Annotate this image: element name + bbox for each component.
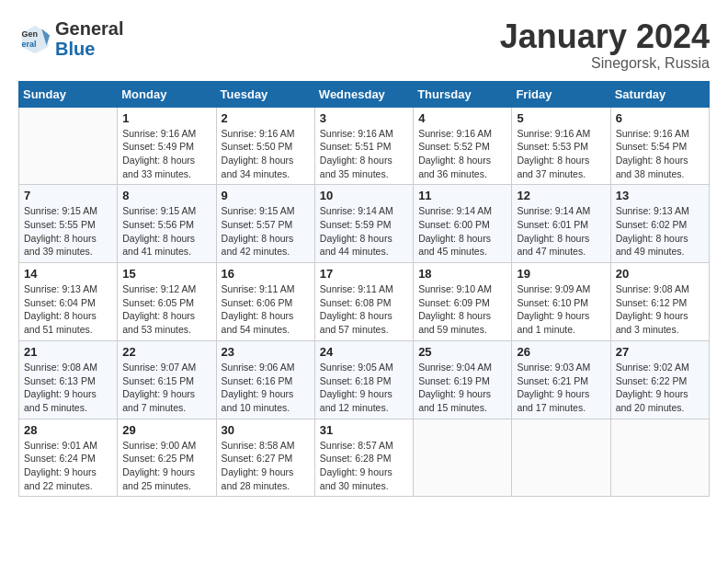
day-number: 7 bbox=[24, 189, 112, 202]
col-header-sunday: Sunday bbox=[19, 81, 118, 107]
calendar-cell: 4Sunrise: 9:16 AM Sunset: 5:52 PM Daylig… bbox=[414, 107, 512, 185]
calendar-week-3: 14Sunrise: 9:13 AM Sunset: 6:04 PM Dayli… bbox=[19, 263, 710, 341]
day-info: Sunrise: 9:04 AM Sunset: 6:19 PM Dayligh… bbox=[418, 361, 506, 415]
day-info: Sunrise: 9:06 AM Sunset: 6:16 PM Dayligh… bbox=[222, 361, 310, 415]
day-info: Sunrise: 9:11 AM Sunset: 6:06 PM Dayligh… bbox=[222, 282, 310, 337]
calendar-cell: 22Sunrise: 9:07 AM Sunset: 6:15 PM Dayli… bbox=[118, 340, 216, 419]
day-number: 11 bbox=[418, 189, 506, 202]
col-header-monday: Monday bbox=[118, 81, 216, 107]
calendar-table: SundayMondayTuesdayWednesdayThursdayFrid… bbox=[18, 81, 710, 498]
day-number: 30 bbox=[222, 423, 310, 437]
day-info: Sunrise: 9:16 AM Sunset: 5:49 PM Dayligh… bbox=[122, 127, 210, 181]
day-number: 16 bbox=[222, 267, 310, 281]
day-number: 26 bbox=[517, 345, 605, 359]
calendar-cell bbox=[610, 419, 709, 497]
day-number: 15 bbox=[122, 267, 210, 281]
day-number: 17 bbox=[320, 267, 408, 281]
calendar-cell: 24Sunrise: 9:05 AM Sunset: 6:18 PM Dayli… bbox=[314, 340, 413, 419]
day-info: Sunrise: 9:13 AM Sunset: 6:02 PM Dayligh… bbox=[616, 204, 704, 259]
day-number: 19 bbox=[517, 267, 605, 281]
calendar-cell: 31Sunrise: 8:57 AM Sunset: 6:28 PM Dayli… bbox=[314, 419, 413, 497]
day-info: Sunrise: 9:02 AM Sunset: 6:22 PM Dayligh… bbox=[616, 361, 704, 415]
day-number: 29 bbox=[122, 423, 210, 437]
calendar-cell bbox=[414, 419, 512, 497]
calendar-cell: 25Sunrise: 9:04 AM Sunset: 6:19 PM Dayli… bbox=[414, 340, 512, 419]
day-number: 10 bbox=[320, 189, 408, 202]
day-info: Sunrise: 9:03 AM Sunset: 6:21 PM Dayligh… bbox=[517, 361, 605, 415]
svg-text:eral: eral bbox=[22, 40, 37, 49]
calendar-cell: 28Sunrise: 9:01 AM Sunset: 6:24 PM Dayli… bbox=[19, 419, 118, 497]
calendar-cell: 15Sunrise: 9:12 AM Sunset: 6:05 PM Dayli… bbox=[118, 263, 216, 341]
day-number: 1 bbox=[122, 111, 210, 125]
day-info: Sunrise: 9:00 AM Sunset: 6:25 PM Dayligh… bbox=[122, 439, 210, 493]
day-info: Sunrise: 9:15 AM Sunset: 5:57 PM Dayligh… bbox=[222, 204, 310, 259]
calendar-cell: 16Sunrise: 9:11 AM Sunset: 6:06 PM Dayli… bbox=[216, 263, 314, 341]
day-number: 13 bbox=[616, 189, 704, 202]
title-block: January 2024 Sinegorsk, Russia bbox=[500, 18, 710, 72]
day-info: Sunrise: 9:15 AM Sunset: 5:56 PM Dayligh… bbox=[122, 204, 210, 259]
calendar-cell: 3Sunrise: 9:16 AM Sunset: 5:51 PM Daylig… bbox=[314, 107, 413, 185]
day-info: Sunrise: 9:16 AM Sunset: 5:52 PM Dayligh… bbox=[418, 127, 506, 181]
calendar-cell: 17Sunrise: 9:11 AM Sunset: 6:08 PM Dayli… bbox=[314, 263, 413, 341]
calendar-cell: 12Sunrise: 9:14 AM Sunset: 6:01 PM Dayli… bbox=[512, 185, 610, 263]
day-info: Sunrise: 9:13 AM Sunset: 6:04 PM Dayligh… bbox=[24, 282, 112, 337]
logo-general: General bbox=[55, 18, 123, 39]
col-header-thursday: Thursday bbox=[414, 81, 512, 107]
day-info: Sunrise: 9:08 AM Sunset: 6:13 PM Dayligh… bbox=[24, 361, 112, 415]
day-info: Sunrise: 9:12 AM Sunset: 6:05 PM Dayligh… bbox=[122, 282, 210, 337]
calendar-cell: 2Sunrise: 9:16 AM Sunset: 5:50 PM Daylig… bbox=[216, 107, 314, 185]
day-number: 28 bbox=[24, 423, 112, 437]
day-info: Sunrise: 8:58 AM Sunset: 6:27 PM Dayligh… bbox=[222, 439, 310, 493]
day-info: Sunrise: 8:57 AM Sunset: 6:28 PM Dayligh… bbox=[320, 439, 408, 493]
location: Sinegorsk, Russia bbox=[500, 55, 710, 72]
day-info: Sunrise: 9:01 AM Sunset: 6:24 PM Dayligh… bbox=[24, 439, 112, 493]
calendar-cell: 27Sunrise: 9:02 AM Sunset: 6:22 PM Dayli… bbox=[610, 340, 709, 419]
calendar-cell bbox=[19, 107, 118, 185]
day-number: 25 bbox=[418, 345, 506, 359]
calendar-week-4: 21Sunrise: 9:08 AM Sunset: 6:13 PM Dayli… bbox=[19, 340, 710, 419]
calendar-cell: 1Sunrise: 9:16 AM Sunset: 5:49 PM Daylig… bbox=[118, 107, 216, 185]
calendar-week-5: 28Sunrise: 9:01 AM Sunset: 6:24 PM Dayli… bbox=[19, 419, 710, 497]
day-info: Sunrise: 9:10 AM Sunset: 6:09 PM Dayligh… bbox=[418, 282, 506, 337]
calendar-cell: 14Sunrise: 9:13 AM Sunset: 6:04 PM Dayli… bbox=[19, 263, 118, 341]
calendar-cell: 11Sunrise: 9:14 AM Sunset: 6:00 PM Dayli… bbox=[414, 185, 512, 263]
day-number: 8 bbox=[122, 189, 210, 202]
calendar-cell: 6Sunrise: 9:16 AM Sunset: 5:54 PM Daylig… bbox=[610, 107, 709, 185]
col-header-friday: Friday bbox=[512, 81, 610, 107]
day-number: 31 bbox=[320, 423, 408, 437]
day-info: Sunrise: 9:16 AM Sunset: 5:54 PM Dayligh… bbox=[616, 127, 704, 181]
month-title: January 2024 bbox=[500, 18, 710, 55]
day-number: 5 bbox=[517, 111, 605, 125]
calendar-cell bbox=[512, 419, 610, 497]
calendar-cell: 21Sunrise: 9:08 AM Sunset: 6:13 PM Dayli… bbox=[19, 340, 118, 419]
day-info: Sunrise: 9:09 AM Sunset: 6:10 PM Dayligh… bbox=[517, 282, 605, 337]
day-number: 22 bbox=[122, 345, 210, 359]
day-info: Sunrise: 9:11 AM Sunset: 6:08 PM Dayligh… bbox=[320, 282, 408, 337]
day-info: Sunrise: 9:07 AM Sunset: 6:15 PM Dayligh… bbox=[122, 361, 210, 415]
calendar-header: SundayMondayTuesdayWednesdayThursdayFrid… bbox=[19, 81, 710, 107]
calendar-week-2: 7Sunrise: 9:15 AM Sunset: 5:55 PM Daylig… bbox=[19, 185, 710, 263]
calendar-cell: 10Sunrise: 9:14 AM Sunset: 5:59 PM Dayli… bbox=[314, 185, 413, 263]
calendar-cell: 7Sunrise: 9:15 AM Sunset: 5:55 PM Daylig… bbox=[19, 185, 118, 263]
logo: Gen eral General Blue bbox=[18, 18, 123, 59]
day-number: 9 bbox=[222, 189, 310, 202]
day-info: Sunrise: 9:16 AM Sunset: 5:51 PM Dayligh… bbox=[320, 127, 408, 181]
calendar-cell: 26Sunrise: 9:03 AM Sunset: 6:21 PM Dayli… bbox=[512, 340, 610, 419]
day-info: Sunrise: 9:14 AM Sunset: 6:01 PM Dayligh… bbox=[517, 204, 605, 259]
day-number: 4 bbox=[418, 111, 506, 125]
day-number: 14 bbox=[24, 267, 112, 281]
day-number: 27 bbox=[616, 345, 704, 359]
day-info: Sunrise: 9:16 AM Sunset: 5:53 PM Dayligh… bbox=[517, 127, 605, 181]
calendar-cell: 18Sunrise: 9:10 AM Sunset: 6:09 PM Dayli… bbox=[414, 263, 512, 341]
col-header-wednesday: Wednesday bbox=[314, 81, 413, 107]
calendar-cell: 8Sunrise: 9:15 AM Sunset: 5:56 PM Daylig… bbox=[118, 185, 216, 263]
logo-blue: Blue bbox=[55, 39, 95, 59]
calendar-cell: 9Sunrise: 9:15 AM Sunset: 5:57 PM Daylig… bbox=[216, 185, 314, 263]
day-number: 21 bbox=[24, 345, 112, 359]
calendar-cell: 13Sunrise: 9:13 AM Sunset: 6:02 PM Dayli… bbox=[610, 185, 709, 263]
logo-text: General Blue bbox=[55, 18, 123, 59]
day-number: 18 bbox=[418, 267, 506, 281]
calendar-cell: 5Sunrise: 9:16 AM Sunset: 5:53 PM Daylig… bbox=[512, 107, 610, 185]
day-info: Sunrise: 9:16 AM Sunset: 5:50 PM Dayligh… bbox=[222, 127, 310, 181]
svg-text:Gen: Gen bbox=[22, 29, 39, 39]
